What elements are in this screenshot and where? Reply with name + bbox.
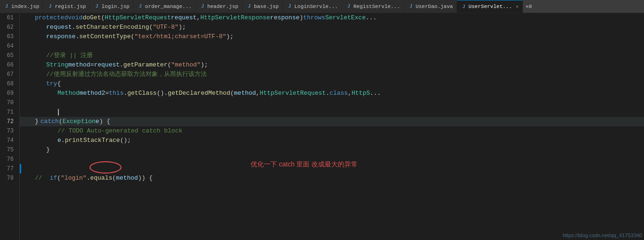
tab-label-login-servlet: LoginServle... bbox=[294, 4, 338, 9]
tab-label-regist-servlet: RegistServle... bbox=[353, 4, 400, 9]
code-line-69: Method method2 = this . getClass (). get… bbox=[20, 89, 644, 98]
tab-base-jsp[interactable]: J base.jsp bbox=[243, 0, 283, 13]
plain-close-78: )) { bbox=[138, 174, 153, 183]
tab-login-jsp[interactable]: J login.jsp bbox=[90, 0, 133, 13]
str-utf8-62: "UTF-8" bbox=[153, 23, 179, 32]
plain-dot-62: . bbox=[72, 23, 76, 32]
tab-icon-regist-servlet: J bbox=[346, 4, 351, 9]
code-line-63: response . setContentType ( "text/html;c… bbox=[20, 32, 644, 41]
line-num-69: 69 bbox=[4, 89, 14, 98]
type-httpS-69: HttpS bbox=[351, 89, 370, 98]
method-setcharencoding: setCharacterEncoding bbox=[75, 23, 149, 32]
plain-dot-66: . bbox=[120, 60, 123, 70]
line-num-63: 63 bbox=[4, 32, 14, 41]
tab-icon-index: J bbox=[4, 4, 9, 9]
tab-user-servlet[interactable]: J UserServlet... ✕ bbox=[457, 0, 522, 13]
tab-overflow[interactable]: »8 bbox=[523, 4, 535, 9]
code-line-75: } bbox=[20, 145, 644, 155]
line-numbers: 61 62 63 64 65 66 67 68 69 70 71 72 73 7… bbox=[0, 13, 20, 240]
type-httpservletreq-69: HttpServletRequest bbox=[260, 89, 326, 98]
plain-close-63: ); bbox=[226, 32, 234, 41]
comment-login-register: //登录 || 注册 bbox=[46, 51, 93, 60]
code-line-72: } catch ( Exception e ) { bbox=[20, 117, 644, 126]
tab-user-dao[interactable]: J UserDao.java bbox=[404, 0, 457, 13]
text-cursor bbox=[58, 109, 59, 116]
plain-dot-74: . bbox=[61, 136, 65, 145]
comment-todo-73: // TODO Auto-generated catch block bbox=[57, 126, 182, 136]
comment-78: // bbox=[35, 174, 42, 183]
code-line-73: // TODO Auto-generated catch block bbox=[20, 126, 644, 136]
keyword-throws: throws bbox=[303, 13, 326, 23]
tab-icon-regist: J bbox=[47, 4, 53, 9]
plain-close-74: (); bbox=[120, 136, 131, 145]
code-line-78: // if ( "login" . equals ( method )) { bbox=[20, 174, 644, 183]
tab-regist-jsp[interactable]: J regist.jsp bbox=[43, 0, 90, 13]
code-line-67: //使用反射通过方法名动态获取方法对象，从而执行该方法 bbox=[20, 70, 644, 79]
method-printtrace: printStackTrace bbox=[65, 136, 120, 145]
code-content[interactable]: protected void doGet ( HttpServletReques… bbox=[20, 13, 644, 240]
param-request: request bbox=[171, 13, 197, 23]
tab-login-servlet[interactable]: J LoginServle... bbox=[283, 0, 342, 13]
tab-close-icon[interactable]: ✕ bbox=[516, 4, 519, 9]
code-line-71 bbox=[20, 108, 644, 117]
line-num-67: 67 bbox=[4, 70, 14, 79]
method-equals-78: equals bbox=[90, 174, 112, 183]
code-line-65: //登录 || 注册 bbox=[20, 51, 644, 60]
plain-eq-69: = bbox=[105, 89, 109, 98]
keyword-if-78: if bbox=[50, 174, 57, 183]
type-method: Method bbox=[57, 89, 80, 98]
plain-close-66: ); bbox=[201, 60, 208, 70]
var-method2: method2 bbox=[80, 89, 106, 98]
line-num-70: 70 bbox=[4, 98, 14, 108]
var-method-66: method bbox=[68, 60, 90, 70]
plain-sp-72: ( bbox=[59, 117, 63, 126]
var-e-74: e bbox=[57, 136, 61, 145]
keyword-void: void bbox=[68, 13, 82, 23]
tab-icon-login-servlet: J bbox=[287, 4, 293, 9]
tab-icon-header: J bbox=[200, 4, 205, 9]
keyword-this: this bbox=[109, 89, 123, 98]
tab-label-base: base.jsp bbox=[254, 4, 279, 9]
plain-open-62: ( bbox=[149, 23, 153, 32]
plain-dot-63: . bbox=[75, 32, 79, 41]
type-exception: Exception bbox=[63, 117, 96, 126]
plain-close-62: ); bbox=[179, 23, 186, 32]
line-num-76: 76 bbox=[4, 155, 14, 164]
method-getclass: getClass bbox=[127, 89, 156, 98]
overflow-count: 8 bbox=[529, 4, 532, 9]
code-line-70 bbox=[20, 98, 644, 108]
type-string-66: String bbox=[46, 60, 68, 70]
var-method-69: method bbox=[234, 89, 256, 98]
line-num-73: 73 bbox=[4, 126, 14, 136]
plain-closebrace-75: } bbox=[46, 145, 50, 155]
var-request-62: request bbox=[46, 23, 72, 32]
keyword-class-69: class bbox=[329, 89, 348, 98]
code-line-66: String method = request . getParameter (… bbox=[20, 60, 644, 70]
plain-ellipsis: ... bbox=[366, 13, 376, 23]
var-response-63: response bbox=[46, 32, 75, 41]
plain-paren-close: ) bbox=[300, 13, 303, 23]
plain-class-69: . bbox=[326, 89, 330, 98]
method-doget: doGet bbox=[82, 13, 101, 23]
tab-icon-order: J bbox=[138, 4, 143, 9]
tab-icon-user-servlet: J bbox=[461, 4, 466, 9]
tab-icon-base: J bbox=[246, 4, 252, 9]
line-num-74: 74 bbox=[4, 136, 14, 145]
method-getparam: getParameter bbox=[123, 60, 168, 70]
plain-dot-69a: . bbox=[123, 89, 127, 98]
str-login-78: "login" bbox=[61, 174, 87, 183]
tab-order-manage[interactable]: J order_manage... bbox=[134, 0, 196, 13]
tab-label-index: index.jsp bbox=[11, 4, 39, 9]
line-num-72: 72 bbox=[4, 117, 14, 126]
tab-header-jsp[interactable]: J header.jsp bbox=[196, 0, 243, 13]
line-num-62: 62 bbox=[4, 23, 14, 32]
tab-index-jsp[interactable]: J index.jsp bbox=[0, 0, 43, 13]
line-num-78: 78 bbox=[4, 174, 14, 183]
code-line-68: try { bbox=[20, 79, 644, 89]
plain-ellipsis-69: ... bbox=[370, 89, 381, 98]
keyword-catch: catch bbox=[41, 117, 59, 126]
tab-regist-servlet[interactable]: J RegistServle... bbox=[342, 0, 404, 13]
tab-bar: J index.jsp J regist.jsp J login.jsp J o… bbox=[0, 0, 644, 13]
plain-open-78: ( bbox=[57, 174, 61, 183]
tab-label-user-servlet: UserServlet... bbox=[468, 4, 512, 9]
